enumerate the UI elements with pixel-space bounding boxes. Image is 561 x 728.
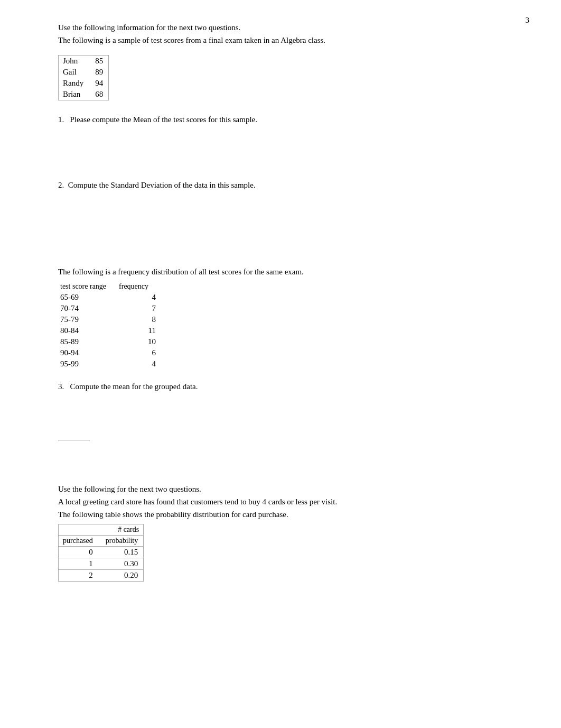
prob-header-row-2: purchased probability	[59, 536, 144, 547]
intro2-text: The following is a frequency distributio…	[58, 265, 529, 278]
freq-table-row: 75-79 8	[58, 314, 159, 325]
freq-value: 11	[117, 325, 159, 336]
prob-table-row: 2 0.20	[59, 570, 144, 582]
prob-header-purchased: purchased	[59, 536, 101, 547]
score-table-row: Gail 89	[59, 67, 109, 78]
question-1-number: 1.	[58, 115, 64, 124]
freq-value: 4	[117, 292, 159, 303]
freq-range: 80-84	[58, 325, 117, 336]
score-table-row: Brian 68	[59, 89, 109, 100]
freq-value: 8	[117, 314, 159, 325]
question-3-text: 3. Compute the mean for the grouped data…	[58, 380, 529, 393]
freq-col-header-freq: frequency	[117, 281, 159, 292]
prob-header-probability: probability	[101, 536, 144, 547]
intro-section-1: Use the following information for the ne…	[58, 21, 529, 47]
freq-range: 65-69	[58, 292, 117, 303]
question-2-body: Compute the Standard Deviation of the da…	[68, 181, 256, 189]
freq-value: 7	[117, 303, 159, 314]
score-table: John 85 Gail 89 Randy 94 Brian 68	[58, 55, 109, 100]
intro-section-2: The following is a frequency distributio…	[58, 265, 529, 278]
score-value: 89	[91, 67, 109, 78]
score-table-row: John 85	[59, 56, 109, 67]
question-2: 2. Compute the Standard Deviation of the…	[58, 179, 529, 191]
score-value: 85	[91, 56, 109, 67]
prob-table-row: 1 0.30	[59, 558, 144, 570]
freq-range: 95-99	[58, 358, 117, 370]
score-value: 94	[91, 78, 109, 89]
freq-range: 70-74	[58, 303, 117, 314]
intro3-line1: Use the following for the next two quest…	[58, 483, 529, 495]
prob-cards-value: 1	[59, 558, 101, 570]
prob-cards-value: 2	[59, 570, 101, 582]
freq-header-row: test score range frequency	[58, 281, 159, 292]
prob-value: 0.20	[101, 570, 144, 582]
score-name: John	[59, 56, 91, 67]
prob-table-row: 0 0.15	[59, 547, 144, 558]
score-table-row: Randy 94	[59, 78, 109, 89]
question-2-text: 2. Compute the Standard Deviation of the…	[58, 179, 529, 191]
prob-header-cards: # cards	[59, 524, 144, 536]
score-name: Gail	[59, 67, 91, 78]
question-1-body: Please compute the Mean of the test scor…	[70, 115, 258, 124]
intro-section-3: Use the following for the next two quest…	[58, 483, 529, 521]
intro3-line3: The following table shows the probabilit…	[58, 508, 529, 521]
intro-line2: The following is a sample of test scores…	[58, 34, 529, 47]
question-3-body: Compute the mean for the grouped data.	[70, 382, 198, 391]
freq-table-row: 95-99 4	[58, 358, 159, 370]
intro-line1: Use the following information for the ne…	[58, 21, 529, 34]
freq-range: 90-94	[58, 347, 117, 358]
freq-table-row: 85-89 10	[58, 336, 159, 347]
freq-table-row: 70-74 7	[58, 303, 159, 314]
score-name: Brian	[59, 89, 91, 100]
intro3-line2: A local greeting card store has found th…	[58, 495, 529, 508]
freq-table-row: 90-94 6	[58, 347, 159, 358]
page-number: 3	[526, 16, 530, 25]
freq-range: 85-89	[58, 336, 117, 347]
scratch-area	[58, 425, 90, 440]
freq-value: 4	[117, 358, 159, 370]
prob-cards-value: 0	[59, 547, 101, 558]
prob-value: 0.15	[101, 547, 144, 558]
question-3-number: 3.	[58, 382, 64, 391]
freq-col-header-range: test score range	[58, 281, 117, 292]
freq-table-row: 80-84 11	[58, 325, 159, 336]
freq-table-row: 65-69 4	[58, 292, 159, 303]
question-1: 1. Please compute the Mean of the test s…	[58, 113, 529, 126]
freq-table: test score range frequency 65-69 4 70-74…	[58, 281, 159, 370]
prob-value: 0.30	[101, 558, 144, 570]
freq-value: 10	[117, 336, 159, 347]
question-1-text: 1. Please compute the Mean of the test s…	[58, 113, 529, 126]
prob-header-row-1: # cards	[59, 524, 144, 536]
question-3: 3. Compute the mean for the grouped data…	[58, 380, 529, 393]
score-name: Randy	[59, 78, 91, 89]
freq-value: 6	[117, 347, 159, 358]
prob-table: # cards purchased probability 0 0.15 1 0…	[58, 524, 144, 582]
question-2-number: 2.	[58, 181, 64, 189]
score-value: 68	[91, 89, 109, 100]
freq-range: 75-79	[58, 314, 117, 325]
